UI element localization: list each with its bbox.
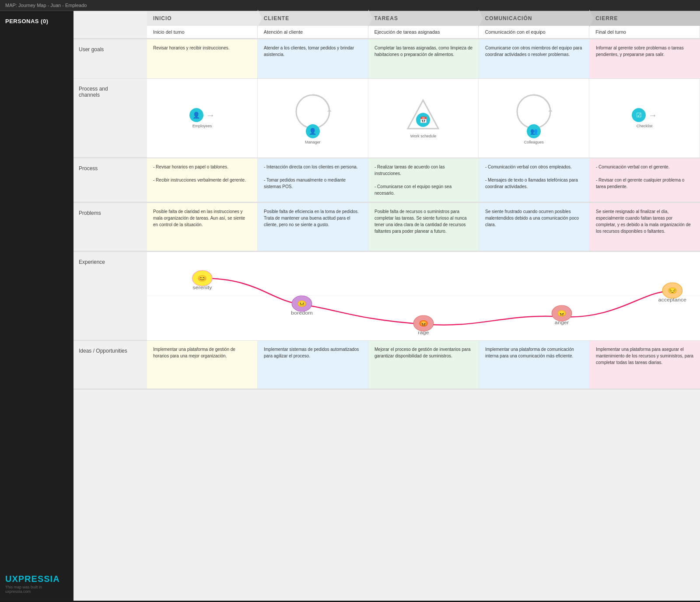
ug-cell-4: Informar al gerente sobre problemas o ta… (590, 39, 700, 78)
svg-text:😡: 😡 (419, 320, 428, 327)
pc-cell-2: 📅 Work schedule (368, 79, 479, 158)
sidebar-footer: UXPRESSIA This map was built in uxpressi… (5, 565, 68, 594)
process-cell-3: - Comunicación verbal con otros empleado… (479, 158, 590, 202)
map-title: MAP: Journey Map - Juan - Empleado (5, 3, 87, 8)
phase-inicio: INICIO (147, 11, 258, 26)
svg-marker-5 (548, 109, 553, 112)
problems-cells: Posible falta de claridad en las instruc… (147, 203, 700, 251)
phases-container: INICIO CLIENTE TAREAS COMUNICACIÓN CIERR… (147, 11, 700, 26)
ug-cell-3: Comunicarse con otros miembros del equip… (479, 39, 590, 78)
subphase-spacer (74, 26, 147, 38)
phase-header-row: INICIO CLIENTE TAREAS COMUNICACIÓN CIERR… (74, 11, 700, 26)
problems-row: Problems Posible falta de claridad en la… (74, 203, 700, 252)
experience-svg: 😊 serenity 😐 boredom 😡 rage 😠 (147, 252, 700, 340)
phase-cierre: CIERRE (589, 11, 700, 26)
process-cells: - Revisar horarios en papel o tablones.-… (147, 158, 700, 202)
colleagues-icon: 👥 (527, 124, 541, 138)
user-goals-label: User goals (74, 39, 147, 79)
experience-chart: 😊 serenity 😐 boredom 😡 rage 😠 (147, 252, 700, 340)
process-channels-label: Process andchannels (74, 79, 147, 158)
pc-cell-3: 👥 Colleagues (479, 79, 589, 158)
process-cell-1: - Interacción directa con los clientes e… (258, 158, 368, 202)
ideas-cell-4: Implementar una plataforma para asegurar… (590, 341, 700, 388)
prob-cell-3: Se siente frustrado cuando ocurren posib… (479, 203, 590, 251)
process-channels-row: Process andchannels 👤 → Employees (74, 79, 700, 158)
brand-logo: UXPRESSIA (5, 574, 68, 584)
phase-tareas: TAREAS (368, 11, 479, 26)
top-bar: MAP: Journey Map - Juan - Empleado (0, 0, 700, 11)
user-goals-cells: Revisar horarios y recibir instrucciones… (147, 39, 700, 79)
subphase-3: Comunicación con el equipo (479, 26, 589, 38)
svg-text:serenity: serenity (192, 285, 212, 290)
sidebar-title: PERSONAS (0) (5, 18, 68, 24)
process-cell-0: - Revisar horarios en papel o tablones.-… (147, 158, 258, 202)
svg-marker-1 (327, 109, 332, 112)
ug-cell-0: Revisar horarios y recibir instrucciones… (147, 39, 258, 78)
process-label: Process (74, 158, 147, 202)
ideas-row: Ideas / Opportunities Implementar una pl… (74, 341, 700, 390)
svg-text:boredom: boredom (291, 311, 313, 315)
ug-cell-1: Atender a los clientes, tomar pedidos y … (258, 39, 368, 78)
subphase-2: Ejecución de tareas asignadas (368, 26, 479, 38)
pc-cell-1: 👤 Manager (258, 79, 368, 158)
experience-row: Experience 😊 serenity 😐 (74, 252, 700, 341)
problems-label: Problems (74, 203, 147, 251)
svg-text:anger: anger (555, 320, 569, 325)
subphase-0: Inicio del turno (147, 26, 258, 38)
row-label-spacer (74, 11, 147, 26)
pc-cell-4: ☑ → Checklist (589, 79, 700, 158)
pc-cells: 👤 → Employees 👤 (147, 79, 700, 158)
subphase-4: Final del turno (589, 26, 700, 38)
svg-text:rage: rage (418, 330, 429, 335)
ideas-cell-0: Implementar una plataforma de gestión de… (147, 341, 258, 388)
checklist-icon: ☑ (632, 108, 646, 122)
manager-label: Manager (305, 140, 321, 144)
phase-cliente: CLIENTE (258, 11, 368, 26)
user-goals-row: User goals Revisar horarios y recibir in… (74, 38, 700, 79)
prob-cell-1: Posible falta de eficiencia en la toma d… (258, 203, 368, 251)
ug-cell-2: Completar las tareas asignadas, como lim… (368, 39, 479, 78)
ideas-cell-3: Implementar una plataforma de comunicaci… (479, 341, 590, 388)
brand-sub: This map was built in uxpressia.com (5, 585, 68, 594)
pc-cell-0: 👤 → Employees (147, 79, 258, 158)
colleagues-label: Colleagues (524, 140, 544, 144)
employee-icon: 👤 (189, 108, 203, 122)
ideas-cells: Implementar una plataforma de gestión de… (147, 341, 700, 389)
process-row: Process - Revisar horarios en papel o ta… (74, 158, 700, 203)
sidebar: PERSONAS (0) UXPRESSIA This map was buil… (0, 11, 74, 601)
ideas-cell-2: Mejorar el proceso de gestión de inventa… (368, 341, 479, 388)
svg-text:😠: 😠 (557, 310, 567, 317)
svg-text:😔: 😔 (668, 287, 677, 294)
schedule-label: Work schedule (410, 134, 436, 138)
prob-cell-2: Posible falta de recursos o suministros … (368, 203, 479, 251)
svg-text:😐: 😐 (297, 300, 307, 308)
arrow-right-4: → (648, 110, 657, 120)
subphase-1: Atención al cliente (258, 26, 368, 38)
content-area: INICIO CLIENTE TAREAS COMUNICACIÓN CIERR… (74, 11, 700, 601)
phase-comunicacion: COMUNICACIÓN (479, 11, 589, 26)
prob-cell-4: Se siente resignado al finalizar el día,… (590, 203, 700, 251)
prob-cell-0: Posible falta de claridad en las instruc… (147, 203, 258, 251)
subphase-row: Inicio del turno Atención al cliente Eje… (74, 26, 700, 38)
process-cell-4: - Comunicación verbal con el gerente.- R… (590, 158, 700, 202)
ideas-cell-1: Implementar sistemas de pedidos automati… (258, 341, 368, 388)
ideas-label: Ideas / Opportunities (74, 341, 147, 389)
svg-text:😊: 😊 (197, 275, 207, 282)
arrow-right-0: → (206, 110, 215, 120)
manager-icon: 👤 (306, 124, 320, 138)
process-cell-2: - Realizar tareas de acuerdo con las ins… (368, 158, 479, 202)
svg-text:acceptance: acceptance (658, 298, 687, 302)
checklist-label: Checklist (637, 124, 653, 128)
experience-label: Experience (74, 252, 147, 340)
employee-label: Employees (192, 124, 212, 128)
